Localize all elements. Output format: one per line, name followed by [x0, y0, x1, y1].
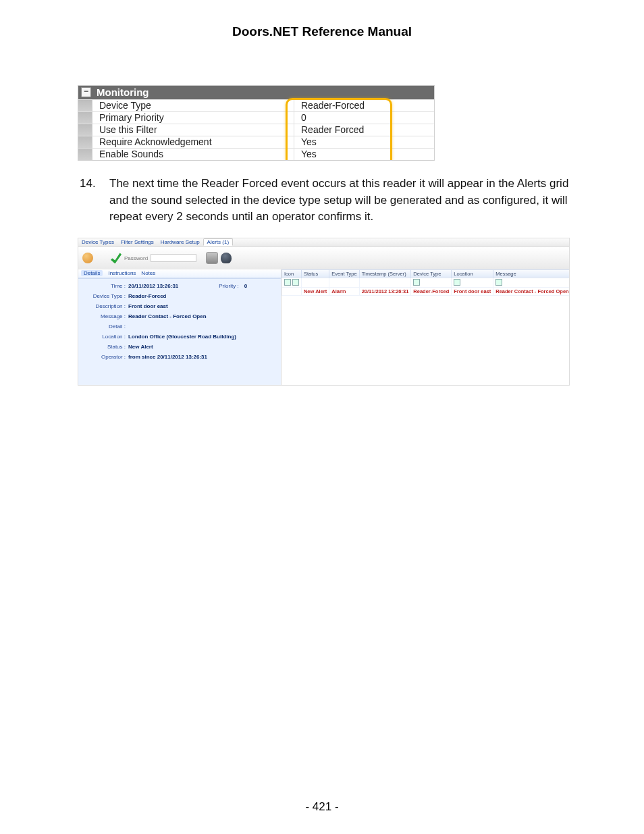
in-progress-icon[interactable] — [82, 253, 93, 263]
details-pane: Time : 20/11/2012 13:26:31 Priority : 0 … — [78, 278, 281, 385]
detail-value: 20/11/2012 13:26:31 — [128, 283, 178, 289]
row-value: Reader-Forced — [294, 100, 434, 111]
collapse-icon[interactable]: − — [81, 87, 91, 97]
detail-value: Reader-Forced — [128, 293, 166, 299]
play-icon[interactable] — [206, 252, 218, 264]
col-location[interactable]: Location — [452, 269, 493, 278]
col-event-type[interactable]: Event Type — [329, 269, 359, 278]
subtab-notes[interactable]: Notes — [141, 270, 155, 276]
detail-value: New Alert — [128, 344, 153, 350]
row-label: Enable Sounds — [92, 149, 294, 160]
tab-alerts[interactable]: Alerts (1) — [203, 238, 233, 246]
row-event-type: Alarm — [329, 287, 359, 295]
alerts-panel-figure: Device Types Filter Settings Hardware Se… — [78, 238, 570, 386]
detail-label: Status : — [84, 344, 128, 350]
tab-device-types[interactable]: Device Types — [78, 239, 117, 245]
row-label: Primary Priority — [92, 112, 294, 124]
table-row: Device Type Reader-Forced — [78, 99, 434, 111]
detail-label: Time : — [84, 283, 128, 289]
row-icon — [282, 287, 302, 295]
detail-value: Front door east — [128, 303, 168, 309]
detail-label: Detail : — [84, 323, 128, 330]
row-value: Yes — [294, 149, 434, 160]
row-value: Yes — [294, 136, 434, 148]
filter-cell[interactable] — [493, 278, 569, 287]
row-location: Front door east — [452, 287, 493, 295]
row-timestamp: 20/11/2012 13:26:31 — [359, 287, 411, 295]
col-status[interactable]: Status — [301, 269, 329, 278]
detail-label: Description : — [84, 303, 128, 309]
monitoring-table: − Monitoring Device Type Reader-Forced P… — [78, 85, 435, 161]
filter-cell[interactable] — [282, 278, 302, 287]
grid-header-row: Icon Status Event Type Timestamp (Server… — [282, 269, 570, 278]
row-value: 0 — [294, 112, 434, 124]
detail-value: from since 20/11/2012 13:26:31 — [128, 354, 207, 360]
row-device-type: Reader-Forced — [411, 287, 452, 295]
detail-label: Priority : — [219, 283, 241, 289]
row-label: Use this Filter — [92, 124, 294, 136]
password-label: Password — [124, 255, 148, 261]
filter-cell[interactable] — [301, 278, 329, 287]
table-row: Use this Filter Reader Forced — [78, 124, 434, 136]
row-status: New Alert — [301, 287, 329, 295]
password-input[interactable] — [151, 254, 196, 262]
row-label: Device Type — [92, 100, 294, 111]
detail-label: Message : — [84, 313, 128, 319]
table-row: Require Acknowledgement Yes — [78, 136, 434, 148]
confirm-icon[interactable] — [111, 253, 122, 263]
detail-label: Location : — [84, 334, 128, 340]
table-row: Primary Priority 0 — [78, 111, 434, 124]
alerts-grid: Icon Status Event Type Timestamp (Server… — [281, 269, 569, 385]
subtab-details[interactable]: Details — [81, 270, 103, 276]
step-number: 14. — [80, 176, 109, 226]
detail-label: Device Type : — [84, 293, 128, 299]
subtab-instructions[interactable]: Instructions — [108, 270, 136, 276]
detail-value: Reader Contact - Forced Open — [128, 313, 207, 319]
row-message: Reader Contact - Forced Open — [493, 287, 569, 295]
col-message[interactable]: Message — [493, 269, 569, 278]
table-row: Enable Sounds Yes — [78, 148, 434, 160]
tab-filter-settings[interactable]: Filter Settings — [117, 239, 157, 245]
step-text: The next time the Reader Forced event oc… — [109, 176, 576, 226]
col-icon[interactable]: Icon — [282, 269, 302, 278]
page-number: - 421 - — [0, 800, 644, 814]
filter-cell[interactable] — [329, 278, 359, 287]
sound-icon[interactable] — [221, 253, 232, 263]
page-title: Doors.NET Reference Manual — [0, 0, 644, 39]
row-value: Reader Forced — [294, 124, 434, 136]
details-subtabs: Details Instructions Notes — [78, 269, 281, 278]
grid-data-row[interactable]: New Alert Alarm 20/11/2012 13:26:31 Read… — [282, 287, 570, 295]
row-label: Require Acknowledgement — [92, 136, 294, 148]
detail-value: London Office (Gloucester Road Building) — [128, 334, 236, 340]
monitoring-header: Monitoring — [97, 86, 149, 98]
toolbar: Password — [78, 247, 569, 270]
tab-hardware-setup[interactable]: Hardware Setup — [157, 239, 203, 245]
filter-cell[interactable] — [452, 278, 493, 287]
detail-label: Operator : — [84, 354, 128, 360]
filter-cell[interactable] — [411, 278, 452, 287]
filter-cell[interactable] — [359, 278, 411, 287]
grid-filter-row — [282, 278, 570, 287]
top-tabbar: Device Types Filter Settings Hardware Se… — [78, 238, 569, 247]
col-timestamp[interactable]: Timestamp (Server) — [359, 269, 411, 278]
col-device-type[interactable]: Device Type — [411, 269, 452, 278]
detail-value: 0 — [244, 283, 247, 289]
